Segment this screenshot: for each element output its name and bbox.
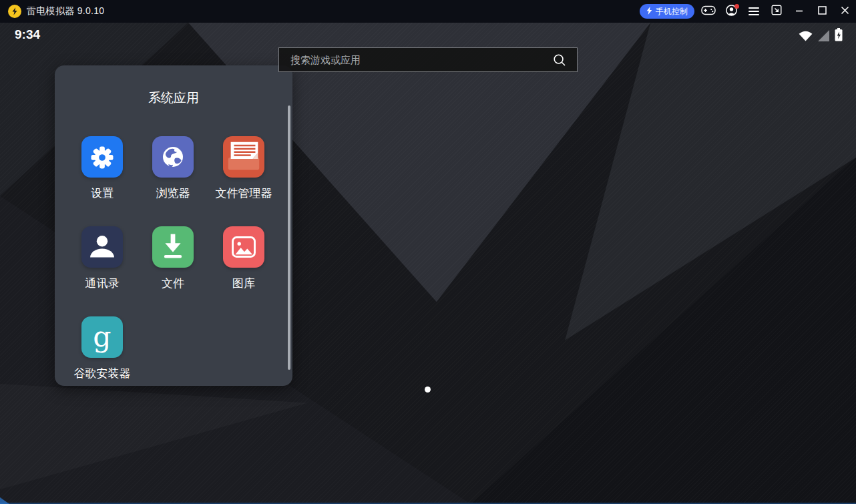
g-letter: g	[93, 320, 111, 353]
menu-icon	[748, 7, 759, 15]
download-icon	[152, 226, 194, 268]
ldplayer-logo-icon	[8, 5, 21, 18]
titlebar-controls: 手机控制	[640, 0, 856, 23]
lightning-icon	[646, 7, 652, 17]
search-icon[interactable]	[553, 53, 566, 67]
wifi-icon	[799, 30, 813, 44]
apps-grid: 设置 浏览器	[55, 136, 292, 381]
app-label: 图库	[232, 276, 255, 291]
notification-dot	[734, 4, 739, 9]
panel-title: 系统应用	[55, 65, 292, 105]
globe-icon	[152, 136, 194, 178]
home-page-indicator-dot	[425, 387, 431, 393]
file-manager-icon	[223, 136, 264, 178]
contacts-person-icon	[81, 226, 123, 268]
app-gallery[interactable]: 图库	[208, 226, 279, 291]
resize-icon	[771, 5, 782, 18]
maximize-icon	[818, 5, 827, 17]
app-label: 文件	[162, 276, 184, 291]
titlebar-left: 雷电模拟器 9.0.10	[0, 5, 104, 18]
panel-scrollbar[interactable]	[288, 105, 290, 370]
support-button[interactable]	[720, 0, 742, 23]
titlebar: 雷电模拟器 9.0.10 手机控制	[0, 0, 856, 23]
close-button[interactable]	[833, 0, 856, 23]
search-bar[interactable]	[278, 47, 578, 72]
minimize-button[interactable]	[788, 0, 811, 23]
status-icons	[799, 28, 843, 44]
app-label: 通讯录	[85, 276, 120, 291]
system-apps-panel: 系统应用	[55, 65, 292, 386]
phone-control-label: 手机控制	[656, 6, 688, 17]
gamepad-button[interactable]	[697, 0, 720, 23]
app-file-manager[interactable]: 文件管理器	[208, 136, 279, 201]
app-browser[interactable]: 浏览器	[138, 136, 208, 201]
battery-charging-icon	[835, 28, 843, 44]
emulator-window: 雷电模拟器 9.0.10 手机控制	[0, 0, 856, 504]
window-title: 雷电模拟器 9.0.10	[27, 5, 104, 17]
gallery-icon	[223, 226, 264, 268]
signal-icon	[818, 30, 829, 44]
android-screen: 9:34	[0, 23, 856, 504]
status-time: 9:34	[15, 27, 40, 42]
app-label: 设置	[91, 186, 114, 201]
app-settings[interactable]: 设置	[67, 136, 138, 201]
app-files[interactable]: 文件	[138, 226, 208, 291]
gear-icon	[81, 136, 123, 178]
app-label: 浏览器	[156, 186, 190, 201]
app-label: 文件管理器	[216, 186, 272, 201]
resize-window-button[interactable]	[765, 0, 788, 23]
google-g-icon: g	[81, 316, 123, 358]
app-label: 谷歌安装器	[74, 366, 131, 381]
app-contacts[interactable]: 通讯录	[67, 226, 138, 291]
maximize-button[interactable]	[811, 0, 833, 23]
app-google-installer[interactable]: g 谷歌安装器	[67, 316, 138, 381]
phone-control-button[interactable]: 手机控制	[640, 4, 694, 19]
close-icon	[841, 5, 849, 17]
search-input[interactable]	[279, 54, 553, 65]
gamepad-icon	[701, 5, 716, 18]
menu-button[interactable]	[742, 0, 765, 23]
minimize-icon	[795, 5, 803, 17]
